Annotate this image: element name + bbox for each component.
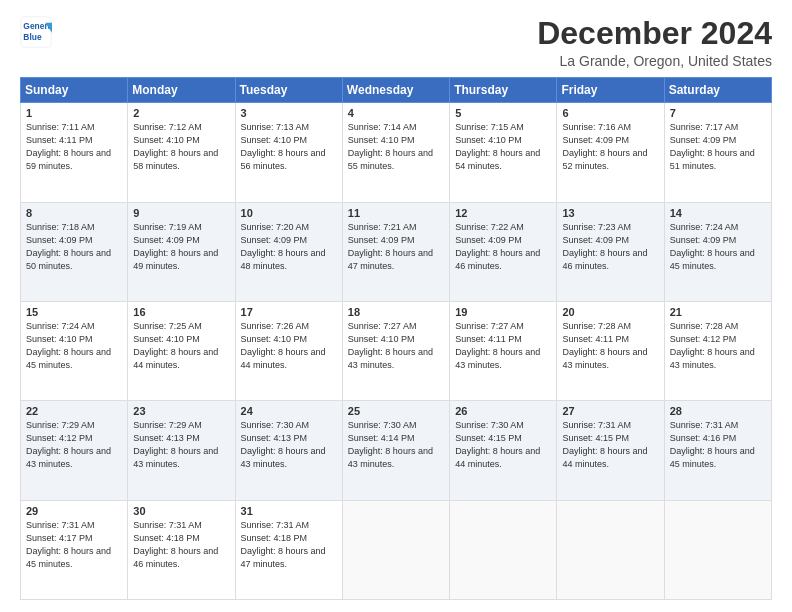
calendar-cell: 31Sunrise: 7:31 AMSunset: 4:18 PMDayligh… [235, 500, 342, 599]
calendar-cell: 27Sunrise: 7:31 AMSunset: 4:15 PMDayligh… [557, 401, 664, 500]
calendar-cell: 10Sunrise: 7:20 AMSunset: 4:09 PMDayligh… [235, 202, 342, 301]
day-number: 12 [455, 207, 551, 219]
day-info: Sunrise: 7:21 AMSunset: 4:09 PMDaylight:… [348, 221, 444, 273]
calendar-cell [557, 500, 664, 599]
day-info: Sunrise: 7:31 AMSunset: 4:15 PMDaylight:… [562, 419, 658, 471]
day-number: 22 [26, 405, 122, 417]
day-number: 18 [348, 306, 444, 318]
calendar-cell: 6Sunrise: 7:16 AMSunset: 4:09 PMDaylight… [557, 103, 664, 202]
day-info: Sunrise: 7:20 AMSunset: 4:09 PMDaylight:… [241, 221, 337, 273]
calendar-cell [450, 500, 557, 599]
calendar-cell: 18Sunrise: 7:27 AMSunset: 4:10 PMDayligh… [342, 301, 449, 400]
day-number: 16 [133, 306, 229, 318]
day-info: Sunrise: 7:27 AMSunset: 4:11 PMDaylight:… [455, 320, 551, 372]
day-info: Sunrise: 7:30 AMSunset: 4:15 PMDaylight:… [455, 419, 551, 471]
day-info: Sunrise: 7:23 AMSunset: 4:09 PMDaylight:… [562, 221, 658, 273]
calendar-week-3: 15Sunrise: 7:24 AMSunset: 4:10 PMDayligh… [21, 301, 772, 400]
calendar-cell: 14Sunrise: 7:24 AMSunset: 4:09 PMDayligh… [664, 202, 771, 301]
page: General Blue December 2024 La Grande, Or… [0, 0, 792, 612]
day-number: 7 [670, 107, 766, 119]
calendar-cell: 13Sunrise: 7:23 AMSunset: 4:09 PMDayligh… [557, 202, 664, 301]
day-info: Sunrise: 7:28 AMSunset: 4:11 PMDaylight:… [562, 320, 658, 372]
calendar-header-sunday: Sunday [21, 78, 128, 103]
calendar-cell: 22Sunrise: 7:29 AMSunset: 4:12 PMDayligh… [21, 401, 128, 500]
calendar-cell: 23Sunrise: 7:29 AMSunset: 4:13 PMDayligh… [128, 401, 235, 500]
day-info: Sunrise: 7:31 AMSunset: 4:17 PMDaylight:… [26, 519, 122, 571]
calendar-cell: 24Sunrise: 7:30 AMSunset: 4:13 PMDayligh… [235, 401, 342, 500]
header: General Blue December 2024 La Grande, Or… [20, 16, 772, 69]
day-number: 8 [26, 207, 122, 219]
day-number: 19 [455, 306, 551, 318]
calendar-cell: 29Sunrise: 7:31 AMSunset: 4:17 PMDayligh… [21, 500, 128, 599]
day-info: Sunrise: 7:29 AMSunset: 4:13 PMDaylight:… [133, 419, 229, 471]
calendar-cell: 12Sunrise: 7:22 AMSunset: 4:09 PMDayligh… [450, 202, 557, 301]
main-title: December 2024 [537, 16, 772, 51]
day-number: 2 [133, 107, 229, 119]
calendar-cell: 3Sunrise: 7:13 AMSunset: 4:10 PMDaylight… [235, 103, 342, 202]
day-number: 3 [241, 107, 337, 119]
calendar-week-4: 22Sunrise: 7:29 AMSunset: 4:12 PMDayligh… [21, 401, 772, 500]
logo: General Blue [20, 16, 52, 48]
day-info: Sunrise: 7:17 AMSunset: 4:09 PMDaylight:… [670, 121, 766, 173]
day-number: 4 [348, 107, 444, 119]
day-info: Sunrise: 7:19 AMSunset: 4:09 PMDaylight:… [133, 221, 229, 273]
day-number: 31 [241, 505, 337, 517]
day-number: 26 [455, 405, 551, 417]
day-info: Sunrise: 7:15 AMSunset: 4:10 PMDaylight:… [455, 121, 551, 173]
day-number: 11 [348, 207, 444, 219]
calendar-cell: 17Sunrise: 7:26 AMSunset: 4:10 PMDayligh… [235, 301, 342, 400]
calendar-header-tuesday: Tuesday [235, 78, 342, 103]
day-number: 15 [26, 306, 122, 318]
title-block: December 2024 La Grande, Oregon, United … [537, 16, 772, 69]
subtitle: La Grande, Oregon, United States [537, 53, 772, 69]
day-number: 21 [670, 306, 766, 318]
day-info: Sunrise: 7:16 AMSunset: 4:09 PMDaylight:… [562, 121, 658, 173]
day-number: 10 [241, 207, 337, 219]
calendar-header-monday: Monday [128, 78, 235, 103]
calendar-header-wednesday: Wednesday [342, 78, 449, 103]
calendar-cell: 19Sunrise: 7:27 AMSunset: 4:11 PMDayligh… [450, 301, 557, 400]
calendar-header-row: SundayMondayTuesdayWednesdayThursdayFrid… [21, 78, 772, 103]
calendar-cell: 4Sunrise: 7:14 AMSunset: 4:10 PMDaylight… [342, 103, 449, 202]
day-number: 6 [562, 107, 658, 119]
calendar-cell [664, 500, 771, 599]
day-number: 29 [26, 505, 122, 517]
calendar-cell: 9Sunrise: 7:19 AMSunset: 4:09 PMDaylight… [128, 202, 235, 301]
calendar-cell [342, 500, 449, 599]
calendar-week-1: 1Sunrise: 7:11 AMSunset: 4:11 PMDaylight… [21, 103, 772, 202]
svg-text:Blue: Blue [23, 32, 42, 42]
day-info: Sunrise: 7:11 AMSunset: 4:11 PMDaylight:… [26, 121, 122, 173]
calendar-week-5: 29Sunrise: 7:31 AMSunset: 4:17 PMDayligh… [21, 500, 772, 599]
calendar-header-friday: Friday [557, 78, 664, 103]
day-info: Sunrise: 7:22 AMSunset: 4:09 PMDaylight:… [455, 221, 551, 273]
calendar-cell: 2Sunrise: 7:12 AMSunset: 4:10 PMDaylight… [128, 103, 235, 202]
day-number: 1 [26, 107, 122, 119]
calendar-cell: 26Sunrise: 7:30 AMSunset: 4:15 PMDayligh… [450, 401, 557, 500]
day-number: 20 [562, 306, 658, 318]
day-info: Sunrise: 7:24 AMSunset: 4:10 PMDaylight:… [26, 320, 122, 372]
calendar-cell: 1Sunrise: 7:11 AMSunset: 4:11 PMDaylight… [21, 103, 128, 202]
calendar-cell: 28Sunrise: 7:31 AMSunset: 4:16 PMDayligh… [664, 401, 771, 500]
day-number: 17 [241, 306, 337, 318]
day-number: 27 [562, 405, 658, 417]
day-info: Sunrise: 7:29 AMSunset: 4:12 PMDaylight:… [26, 419, 122, 471]
day-info: Sunrise: 7:25 AMSunset: 4:10 PMDaylight:… [133, 320, 229, 372]
day-info: Sunrise: 7:30 AMSunset: 4:13 PMDaylight:… [241, 419, 337, 471]
calendar-cell: 15Sunrise: 7:24 AMSunset: 4:10 PMDayligh… [21, 301, 128, 400]
calendar-cell: 7Sunrise: 7:17 AMSunset: 4:09 PMDaylight… [664, 103, 771, 202]
calendar-week-2: 8Sunrise: 7:18 AMSunset: 4:09 PMDaylight… [21, 202, 772, 301]
calendar-cell: 8Sunrise: 7:18 AMSunset: 4:09 PMDaylight… [21, 202, 128, 301]
day-number: 25 [348, 405, 444, 417]
day-info: Sunrise: 7:28 AMSunset: 4:12 PMDaylight:… [670, 320, 766, 372]
day-number: 24 [241, 405, 337, 417]
calendar-cell: 30Sunrise: 7:31 AMSunset: 4:18 PMDayligh… [128, 500, 235, 599]
day-number: 14 [670, 207, 766, 219]
day-info: Sunrise: 7:24 AMSunset: 4:09 PMDaylight:… [670, 221, 766, 273]
calendar-cell: 20Sunrise: 7:28 AMSunset: 4:11 PMDayligh… [557, 301, 664, 400]
day-info: Sunrise: 7:31 AMSunset: 4:18 PMDaylight:… [241, 519, 337, 571]
day-number: 5 [455, 107, 551, 119]
calendar-cell: 16Sunrise: 7:25 AMSunset: 4:10 PMDayligh… [128, 301, 235, 400]
calendar-cell: 11Sunrise: 7:21 AMSunset: 4:09 PMDayligh… [342, 202, 449, 301]
day-number: 9 [133, 207, 229, 219]
day-info: Sunrise: 7:31 AMSunset: 4:16 PMDaylight:… [670, 419, 766, 471]
